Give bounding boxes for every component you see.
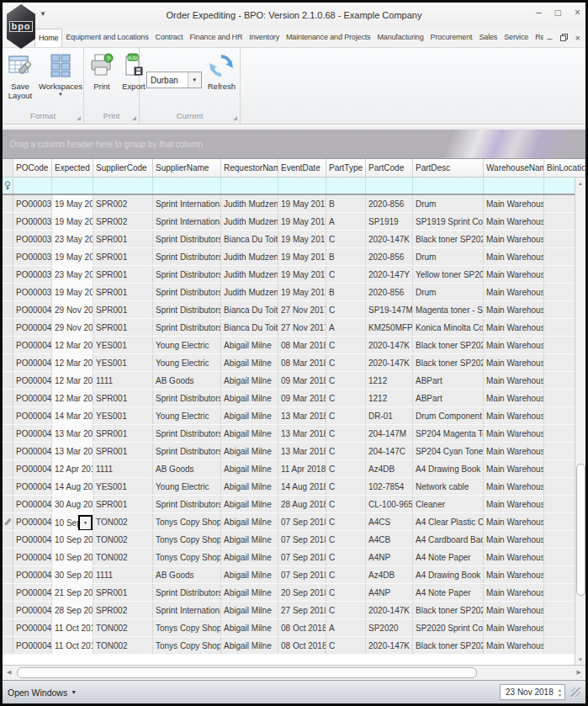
grid-cell[interactable]: AB Goods	[153, 372, 221, 389]
grid-cell[interactable]: SPR001	[93, 284, 153, 300]
grid-cell[interactable]: PO0000438	[13, 425, 52, 442]
status-date-editor[interactable]: 23 Nov 2018 ▲▼	[500, 684, 565, 700]
edit-pencil-icon[interactable]	[3, 513, 13, 530]
grid-cell[interactable]: PO0000481	[13, 637, 52, 654]
column-header-partcode[interactable]: PartCode	[366, 159, 413, 177]
grid-cell[interactable]: PO0000338	[13, 213, 52, 230]
grid-cell[interactable]: Tonys Copy Shop	[153, 637, 221, 654]
grid-cell[interactable]: SPR002	[93, 602, 153, 618]
grid-cell[interactable]: PO0000347	[13, 266, 52, 283]
row-indicator[interactable]	[3, 248, 13, 265]
row-indicator[interactable]	[3, 354, 13, 371]
filter-cell-partdesc[interactable]	[413, 178, 484, 194]
grid-cell[interactable]: Abigail Milne	[221, 513, 278, 530]
grid-cell[interactable]: PO0000454	[13, 566, 52, 583]
grid-cell[interactable]: 102-7854	[366, 478, 413, 495]
filter-cell-partcode[interactable]	[366, 178, 413, 194]
grid-cell[interactable]: 2020-147K	[366, 354, 413, 371]
grid-cell[interactable]: Konica Minolta Colour ...	[413, 319, 484, 336]
grid-cell[interactable]: PO0000436	[13, 390, 52, 406]
grid-cell[interactable]: 07 Sep 2018	[278, 513, 326, 530]
grid-cell[interactable]: 11 Oct 2018	[52, 619, 93, 636]
grid-cell[interactable]: 19 May 2017	[278, 266, 326, 283]
grid-cell[interactable]: 10 Sep 2018	[52, 531, 93, 548]
row-indicator[interactable]	[3, 602, 13, 618]
row-indicator[interactable]	[3, 301, 13, 318]
grid-cell[interactable]: 2020-147K	[366, 231, 413, 247]
grid-cell[interactable]: Bianca Du Toit	[221, 319, 278, 336]
filter-cell-suppliercode[interactable]	[93, 178, 153, 194]
tab-maintenance-and-projects[interactable]: Maintenance and Projects	[283, 29, 373, 47]
grid-cell[interactable]: Drum	[413, 284, 484, 300]
grid-cell[interactable]: YES001	[93, 478, 153, 495]
grid-cell[interactable]: 13 Mar 2018	[52, 425, 93, 442]
row-indicator[interactable]	[3, 460, 13, 477]
grid-cell[interactable]: 28 Sep 2018	[52, 602, 93, 618]
grid-cell[interactable]: 28 Aug 2018	[278, 496, 326, 512]
grid-cell[interactable]: YES001	[93, 354, 153, 371]
grid-cell[interactable]: Main Warehouse	[484, 602, 544, 618]
print-dialog-launcher[interactable]	[132, 116, 136, 120]
grid-cell[interactable]: Abigail Milne	[221, 443, 278, 459]
grid-cell[interactable]: Main Warehouse	[484, 195, 544, 212]
grid-cell[interactable]: C	[326, 549, 366, 565]
chevron-down-icon[interactable]: ▼	[188, 72, 201, 88]
column-header-suppliername[interactable]: SupplierName	[153, 159, 221, 177]
grid-cell[interactable]: 204-147C	[366, 443, 413, 459]
grid-cell[interactable]: Main Warehouse	[484, 496, 544, 512]
grid-cell[interactable]: Black toner SP2020	[413, 231, 484, 247]
grid-cell[interactable]: ABPart	[413, 390, 484, 406]
open-windows-button[interactable]: Open Windows ▼	[8, 687, 77, 698]
grid-cell[interactable]: SPR001	[93, 231, 153, 247]
row-indicator[interactable]	[3, 266, 13, 283]
grid-cell[interactable]: 2020-147Y	[366, 266, 413, 283]
grid-cell[interactable]: 12 Mar 2018	[52, 337, 93, 353]
grid-cell[interactable]: SP1919 Sprint Colour ...	[413, 213, 484, 230]
tab-service[interactable]: Service	[501, 29, 532, 47]
row-indicator[interactable]	[3, 407, 13, 424]
grid-cell[interactable]: Drum	[413, 195, 484, 212]
grid-cell[interactable]: A4 Cardboard Backing	[413, 531, 484, 548]
grid-cell[interactable]: C	[326, 337, 366, 353]
grid-cell[interactable]: Abigail Milne	[221, 460, 278, 477]
grid-cell[interactable]: Black toner SP2020	[413, 602, 484, 618]
grid-cell[interactable]: A4 Clear Plastic Cover	[413, 513, 484, 530]
grid-cell[interactable]: A4 Note Paper	[413, 549, 484, 565]
grid-cell[interactable]: DR-01	[366, 407, 413, 424]
grid-cell[interactable]: 19 May 2017	[278, 248, 326, 265]
grid-cell[interactable]: SPR001	[93, 496, 153, 512]
grid-cell[interactable]: 13 Mar 2018	[278, 425, 326, 442]
grid-cell[interactable]: Judith Mudzengi	[221, 248, 278, 265]
column-header-binlocationna[interactable]: BinLocationNa	[544, 159, 585, 177]
grid-cell[interactable]: 10 Sep 20▼	[52, 513, 93, 530]
save-layout-button[interactable]: Save Layout	[4, 51, 36, 101]
grid-cell[interactable]: YES001	[93, 337, 153, 353]
grid-cell[interactable]: Main Warehouse	[484, 584, 544, 601]
grid-cell[interactable]: 19 May 2017	[278, 195, 326, 212]
grid-cell[interactable]: C	[326, 637, 366, 654]
grid-cell[interactable]: 10 Sep 2018	[52, 549, 93, 565]
grid-cell[interactable]: SP204 Magenta Toner	[413, 425, 484, 442]
grid-cell[interactable]: C	[326, 390, 366, 406]
date-spinner[interactable]: ▲▼	[555, 687, 564, 698]
column-header-warehousename[interactable]: WarehouseName	[484, 159, 544, 177]
grid-cell[interactable]: A	[326, 619, 366, 636]
grid-cell[interactable]: PO0000347	[13, 284, 52, 300]
grid-cell[interactable]: PO0000411	[13, 301, 52, 318]
grid-cell[interactable]: Black toner SP2020	[413, 354, 484, 371]
row-indicator[interactable]	[3, 213, 13, 230]
grid-cell[interactable]: AB Goods	[153, 460, 221, 477]
grid-cell[interactable]: A4 Drawing Book	[413, 460, 484, 477]
grid-cell[interactable]: Main Warehouse	[484, 425, 544, 442]
grid-cell[interactable]: PO0000439	[13, 443, 52, 459]
current-dialog-launcher[interactable]	[233, 116, 237, 120]
close-button[interactable]: ×	[575, 7, 580, 19]
grid-cell[interactable]: YES001	[93, 407, 153, 424]
row-indicator[interactable]	[3, 372, 13, 389]
grid-cell[interactable]: Main Warehouse	[484, 231, 544, 247]
grid-cell[interactable]: TON002	[93, 619, 153, 636]
grid-cell[interactable]: 09 Mar 2018	[278, 390, 326, 406]
grid-cell[interactable]: 08 Mar 2018	[278, 354, 326, 371]
grid-cell[interactable]: PO0000434	[13, 372, 52, 389]
grid-cell[interactable]: Tonys Copy Shop	[153, 531, 221, 548]
